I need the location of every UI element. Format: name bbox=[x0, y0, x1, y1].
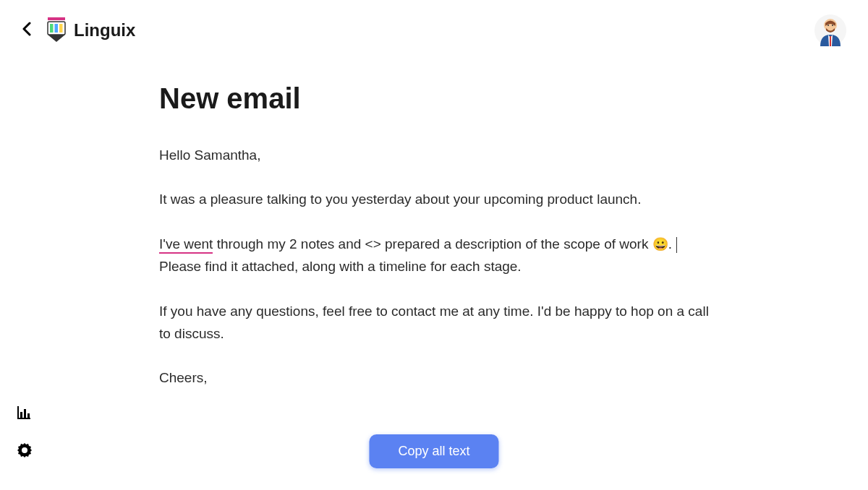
logo-text: Linguix bbox=[74, 20, 135, 40]
svg-rect-2 bbox=[50, 24, 54, 33]
svg-rect-0 bbox=[48, 17, 65, 20]
svg-rect-14 bbox=[27, 413, 30, 418]
editor-content[interactable]: New email Hello Samantha, It was a pleas… bbox=[159, 61, 709, 390]
copy-all-text-button[interactable]: Copy all text bbox=[369, 434, 498, 468]
grammar-error-highlight[interactable]: I've went bbox=[159, 236, 213, 254]
body-text-part1: through my 2 notes and <> prepared a des… bbox=[213, 236, 652, 252]
header-left: Linguix bbox=[22, 17, 135, 43]
logo[interactable]: Linguix bbox=[46, 17, 135, 43]
svg-rect-9 bbox=[830, 36, 831, 46]
svg-rect-3 bbox=[55, 24, 59, 33]
svg-rect-4 bbox=[59, 24, 63, 33]
smile-emoji-icon: 😀 bbox=[652, 237, 668, 252]
stats-icon bbox=[17, 406, 30, 419]
paragraph-outro: If you have any questions, feel free to … bbox=[159, 300, 709, 345]
svg-rect-11 bbox=[17, 406, 19, 419]
body-text-part2: . bbox=[668, 236, 676, 252]
side-toolbar bbox=[17, 406, 32, 461]
text-cursor bbox=[676, 237, 677, 253]
paragraph-intro: It was a pleasure talking to you yesterd… bbox=[159, 188, 709, 210]
header: Linguix bbox=[0, 0, 868, 61]
paragraph-closing: Cheers, bbox=[159, 366, 709, 389]
logo-icon bbox=[46, 17, 67, 43]
paragraph-body: I've went through my 2 notes and <> prep… bbox=[159, 233, 709, 278]
document-title: New email bbox=[159, 82, 709, 115]
settings-button[interactable] bbox=[17, 443, 32, 461]
svg-rect-10 bbox=[17, 418, 30, 419]
svg-rect-13 bbox=[24, 409, 26, 418]
gear-icon bbox=[17, 443, 32, 457]
svg-point-15 bbox=[22, 447, 27, 453]
avatar[interactable] bbox=[814, 14, 846, 46]
paragraph-greeting: Hello Samantha, bbox=[159, 144, 709, 166]
svg-rect-12 bbox=[20, 412, 22, 418]
back-icon bbox=[22, 22, 32, 36]
avatar-icon bbox=[814, 14, 846, 46]
body-text-part3: Please find it attached, along with a ti… bbox=[159, 259, 522, 274]
stats-button[interactable] bbox=[17, 406, 32, 423]
svg-point-7 bbox=[827, 25, 829, 26]
svg-point-8 bbox=[832, 25, 833, 26]
email-body[interactable]: Hello Samantha, It was a pleasure talkin… bbox=[159, 144, 709, 390]
back-button[interactable] bbox=[22, 22, 32, 40]
